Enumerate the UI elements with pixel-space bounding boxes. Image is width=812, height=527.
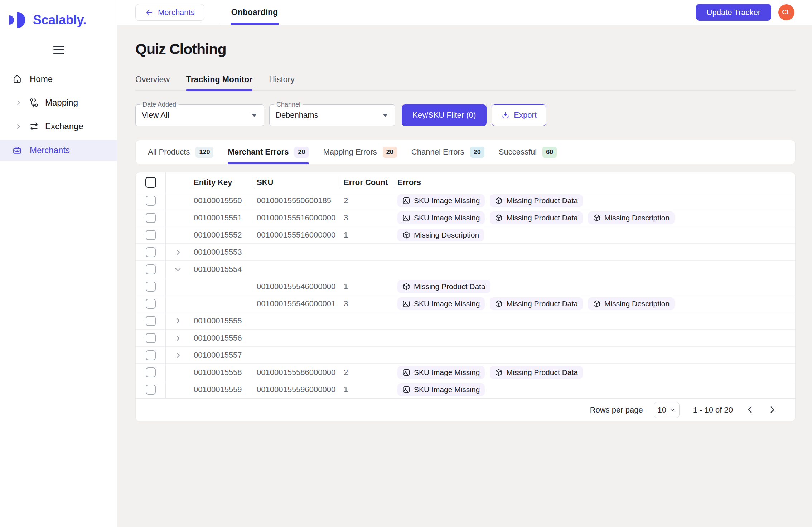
error-chip-label: SKU Image Missing [414,299,480,308]
row-checkbox[interactable] [146,196,156,206]
brand-name: Scalably. [33,13,86,28]
error-chip-label: SKU Image Missing [414,196,480,205]
channel-value: Debenhams [276,111,318,120]
error-count-cell: 3 [340,295,394,312]
status-tab-label: Channel Errors [411,147,464,157]
back-to-merchants-button[interactable]: Merchants [135,4,204,21]
error-count-cell [340,330,394,346]
row-checkbox[interactable] [146,333,156,343]
error-count-cell: 1 [340,278,394,295]
row-checkbox[interactable] [146,367,156,377]
update-tracker-button[interactable]: Update Tracker [696,4,771,21]
error-chip: Missing Product Data [490,366,583,379]
image-icon [402,369,410,376]
status-tab-count-badge: 60 [542,147,557,158]
entity-key-cell: 00100015556 [190,330,253,346]
expand-icon[interactable] [174,265,182,273]
error-chip-label: SKU Image Missing [414,385,480,394]
channel-label: Channel [274,101,303,108]
image-icon [402,300,410,308]
expand-icon[interactable] [174,317,182,325]
date-added-label: Date Added [140,101,179,108]
table-row: 00100015552 001000155516000000 1 Missing… [136,226,795,244]
sidebar-item-exchange[interactable]: Exchange [0,116,117,136]
export-button[interactable]: Export [492,104,546,126]
table-row: 001000155546000000 1 Missing Product Dat… [136,278,795,295]
expand-icon[interactable] [174,248,182,256]
status-tab-merchant-errors[interactable]: Merchant Errors 20 [228,140,309,164]
select-all-checkbox[interactable] [145,177,156,188]
tab-onboarding[interactable]: Onboarding [231,0,279,25]
status-tab-channel-errors[interactable]: Channel Errors 20 [411,140,484,164]
row-checkbox[interactable] [146,247,156,257]
error-chip: Missing Product Data [490,297,583,310]
tab-tracking-monitor[interactable]: Tracking Monitor [186,75,252,90]
sku-cell [253,244,340,260]
row-checkbox[interactable] [146,385,156,395]
row-checkbox-cell [136,364,166,381]
sidebar-item-home[interactable]: Home [0,69,117,89]
key-sku-filter-button[interactable]: Key/SKU Filter (0) [402,104,487,126]
row-checkbox-cell [136,226,166,243]
sku-cell [253,347,340,363]
dropdown-arrow-icon [252,114,257,117]
column-header-error-count: Error Count [340,172,394,192]
row-checkbox[interactable] [146,230,156,240]
status-tab-count-badge: 20 [383,147,397,158]
row-checkbox[interactable] [146,350,156,360]
sku-cell [253,261,340,278]
status-tab-count-badge: 20 [470,147,484,158]
errors-cell: Missing Product Data [394,278,795,295]
chevron-right-icon [15,99,22,106]
error-count-cell [340,312,394,329]
next-page-button[interactable] [767,405,777,415]
error-chip-label: Missing Product Data [506,299,578,308]
package-icon [495,300,503,308]
row-checkbox[interactable] [146,213,156,223]
sku-cell: 00100015550600185 [253,192,340,209]
package-icon [495,369,503,376]
row-checkbox[interactable] [146,282,156,292]
row-checkbox[interactable] [146,316,156,326]
row-expand-cell [166,330,190,346]
menu-toggle-button[interactable] [53,46,64,54]
tab-history[interactable]: History [269,75,295,90]
download-icon [501,111,510,119]
previous-page-button[interactable] [745,405,755,415]
brand-logo[interactable]: Scalably. [0,0,117,29]
row-expand-cell [166,312,190,329]
status-tab-mapping-errors[interactable]: Mapping Errors 20 [323,140,397,164]
home-icon [12,74,22,84]
chevron-right-icon [768,405,777,414]
errors-cell: SKU Image Missing Missing Product Data M… [394,295,795,312]
row-checkbox[interactable] [146,264,156,274]
entity-key-cell: 00100015558 [190,364,253,381]
entity-key-cell: 00100015552 [190,226,253,243]
row-expand-cell [166,278,190,295]
chevron-left-icon [745,405,755,414]
row-expand-cell [166,347,190,363]
sidebar-item-mapping[interactable]: Mapping [0,93,117,113]
status-tab-all-products[interactable]: All Products 120 [148,140,213,164]
expand-icon[interactable] [174,334,182,342]
status-tab-label: All Products [148,147,190,157]
status-tab-successful[interactable]: Successful 60 [499,140,557,164]
table-row: 00100015554 [136,261,795,278]
error-chip: SKU Image Missing [397,383,485,396]
entity-key-cell: 00100015557 [190,347,253,363]
entity-key-cell: 00100015554 [190,261,253,278]
avatar[interactable]: CL [778,4,794,20]
row-checkbox-cell [136,347,166,363]
rows-per-page-value: 10 [657,405,666,415]
row-expand-cell [166,192,190,209]
channel-select[interactable]: Channel Debenhams [269,104,395,126]
package-icon [402,231,410,239]
date-added-select[interactable]: Date Added View All [135,104,264,126]
exchange-icon [29,121,39,131]
expand-icon[interactable] [174,351,182,359]
error-chip-label: Missing Description [414,231,479,239]
tab-overview[interactable]: Overview [135,75,170,90]
row-checkbox[interactable] [146,299,156,309]
rows-per-page-select[interactable]: 10 [654,402,680,418]
sidebar-item-merchants[interactable]: Merchants [0,140,117,161]
